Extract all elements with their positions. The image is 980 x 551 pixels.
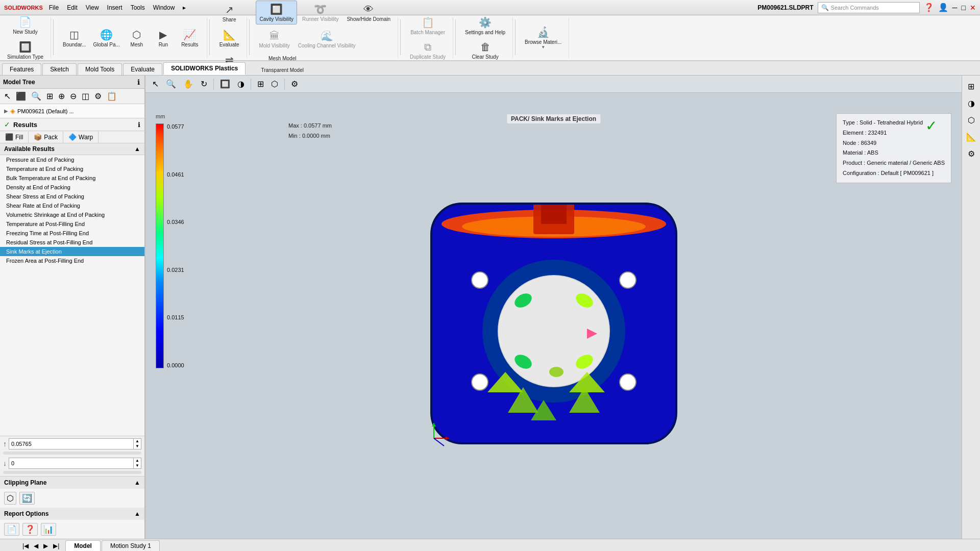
result-item-5[interactable]: Shear Rate at End of Packing (0, 201, 144, 210)
report-header[interactable]: Report Options ▲ (0, 508, 144, 520)
sub-tab-warp[interactable]: 🔷 Warp (63, 131, 99, 143)
menu-window[interactable]: Window (153, 4, 175, 11)
num-slider-2[interactable] (3, 471, 141, 474)
results-button[interactable]: 📈 Results (177, 27, 203, 49)
spin-up-2[interactable]: ▲ (134, 458, 141, 463)
share-button[interactable]: ↗ Share (216, 2, 242, 24)
close-icon[interactable]: ✕ (970, 4, 976, 12)
rs-display-mode-icon[interactable]: ◑ (966, 96, 977, 110)
boundary-button[interactable]: ◫ Boundar... (60, 27, 89, 49)
maximize-icon[interactable]: □ (962, 4, 966, 12)
tab-mold-tools[interactable]: Mold Tools (78, 63, 122, 75)
result-item-9[interactable]: Residual Stress at Post-Filling End (0, 238, 144, 247)
selection-filter-icon[interactable]: ⬛ (14, 90, 28, 102)
menu-more[interactable]: ▸ (183, 4, 186, 11)
clipping-icon-1[interactable]: ⬡ (4, 492, 16, 505)
result-item-1[interactable]: Temperature at End of Packing (0, 164, 144, 173)
vp-shading-icon[interactable]: ◑ (235, 78, 247, 90)
sub-tab-pack[interactable]: 📦 Pack (29, 131, 63, 143)
vp-section-icon[interactable]: ⬡ (268, 78, 281, 90)
report-icon-1[interactable]: 📄 (4, 523, 19, 536)
menu-tools[interactable]: Tools (131, 4, 145, 11)
evaluate-button[interactable]: 📐 Evaluate (216, 27, 242, 49)
result-item-2[interactable]: Bulk Temperature at End of Packing (0, 173, 144, 183)
user-icon[interactable]: 👤 (938, 3, 948, 12)
menu-view[interactable]: View (86, 4, 99, 11)
tree-info-icon[interactable]: ℹ (136, 78, 141, 87)
result-item-7[interactable]: Temperature at Post-Filling End (0, 219, 144, 229)
result-item-11[interactable]: Frozen Area at Post-Filling End (0, 256, 144, 265)
num-input-1[interactable] (9, 439, 133, 449)
browse-material-button[interactable]: 🔬 Browse Materi... ▼ (522, 24, 565, 52)
tab-solidworks-plastics[interactable]: SOLIDWORKS Plastics (163, 62, 246, 75)
transparent-model-button[interactable]: Transparent Model (258, 64, 307, 75)
sub-tab-fill[interactable]: ⬛ Fill (0, 131, 29, 143)
tab-sketch[interactable]: Sketch (42, 63, 77, 75)
duplicate-study-button[interactable]: ⧉ Duplicate Study (407, 39, 449, 62)
tree-icon-5[interactable]: ◫ (80, 90, 91, 102)
report-icon-3[interactable]: 📊 (41, 523, 56, 536)
vp-settings-icon[interactable]: ⚙ (288, 78, 301, 90)
report-icon-2[interactable]: ❓ (22, 523, 38, 536)
tab-evaluate[interactable]: Evaluate (123, 63, 162, 75)
menu-insert[interactable]: Insert (107, 4, 122, 11)
show-hide-domain-button[interactable]: 👁 Show/Hide Domain (344, 1, 394, 24)
runner-visibility-button[interactable]: ➰ Runner Visibility (299, 1, 342, 24)
results-info-icon[interactable]: ℹ (138, 121, 140, 129)
mesh-model-button[interactable]: Mesh Model (258, 53, 307, 63)
result-item-6[interactable]: Volumetric Shrinkage at End of Packing (0, 210, 144, 219)
rs-measure-icon[interactable]: 📐 (964, 130, 978, 144)
spin-down-2[interactable]: ▼ (134, 463, 141, 468)
num-input-2[interactable] (9, 458, 133, 468)
result-item-8[interactable]: Freezing Time at Post-Filling End (0, 229, 144, 238)
rs-settings-icon[interactable]: ⚙ (966, 147, 977, 161)
collapse-results-icon[interactable]: ▲ (134, 145, 140, 153)
cooling-channel-visibility-button[interactable]: 🌊 Cooling Channel Visibility (295, 28, 359, 51)
nav-arrow-prev[interactable]: ◀ (32, 541, 40, 550)
rs-view-orientation-icon[interactable]: ⊞ (966, 80, 976, 93)
vp-display-icon[interactable]: ⊞ (255, 78, 266, 90)
tree-icon-2[interactable]: ⊞ (44, 90, 55, 102)
search-commands-box[interactable]: 🔍 Search Commands (818, 2, 920, 13)
menu-file[interactable]: File (49, 4, 59, 11)
minimize-icon[interactable]: ─ (952, 4, 958, 12)
vp-rotate-icon[interactable]: ↻ (198, 78, 210, 90)
vp-view-icon[interactable]: 🔲 (217, 78, 233, 90)
spin-down-1[interactable]: ▼ (134, 444, 141, 449)
nav-arrow-next[interactable]: ▶ (41, 541, 50, 550)
new-study-button[interactable]: 📄 New Study (10, 14, 40, 37)
tree-node-pm009621[interactable]: ▶ ◈ PM009621 (Default) ... (0, 106, 144, 116)
settings-help-button[interactable]: ⚙️ Settings and Help (462, 14, 508, 37)
simulation-type-button[interactable]: 🔲 Simulation Type (4, 39, 46, 62)
mesh-button[interactable]: ⬡ Mesh (124, 27, 150, 49)
global-pa-button[interactable]: 🌐 Global Pa... (90, 27, 123, 49)
cursor-icon[interactable]: ↖ (2, 90, 13, 102)
result-item-3[interactable]: Density at End of Packing (0, 183, 144, 192)
tree-icon-4[interactable]: ⊖ (68, 90, 79, 102)
bottom-tab-model[interactable]: Model (65, 540, 101, 551)
tree-icon-3[interactable]: ⊕ (56, 90, 67, 102)
vp-pan-icon[interactable]: ✋ (181, 78, 196, 90)
batch-manager-button[interactable]: 📋 Batch Manager (407, 14, 448, 37)
tab-features[interactable]: Features (2, 63, 41, 75)
num-slider-1[interactable] (3, 452, 141, 455)
result-item-4[interactable]: Shear Stress at End of Packing (0, 192, 144, 201)
rs-section-icon[interactable]: ⬡ (966, 113, 977, 127)
help-icon[interactable]: ❓ (924, 3, 934, 12)
part-3d-view[interactable] (411, 178, 697, 464)
spin-up-1[interactable]: ▲ (134, 439, 141, 444)
result-item-10[interactable]: Sink Marks at Ejection (0, 247, 144, 256)
result-item-0[interactable]: Pressure at End of Packing (0, 155, 144, 164)
tree-icon-7[interactable]: 📋 (105, 90, 119, 102)
run-button[interactable]: ▶ Run (151, 27, 176, 49)
clear-study-button[interactable]: 🗑 Clear Study (469, 39, 501, 62)
clipping-icon-2[interactable]: 🔄 (19, 492, 35, 505)
vp-cursor-icon[interactable]: ↖ (150, 78, 161, 90)
bottom-tab-motion-study[interactable]: Motion Study 1 (102, 540, 160, 551)
mold-visibility-button[interactable]: 🏛 Mold Visibility (256, 28, 292, 51)
clipping-header[interactable]: Clipping Plane ▲ (0, 477, 144, 489)
cavity-visibility-button[interactable]: 🔲 Cavity Visibility (256, 1, 297, 24)
tree-icon-6[interactable]: ⚙ (92, 90, 104, 102)
nav-arrow-last[interactable]: ▶| (51, 541, 61, 550)
vp-zoom-icon[interactable]: 🔍 (163, 78, 179, 90)
